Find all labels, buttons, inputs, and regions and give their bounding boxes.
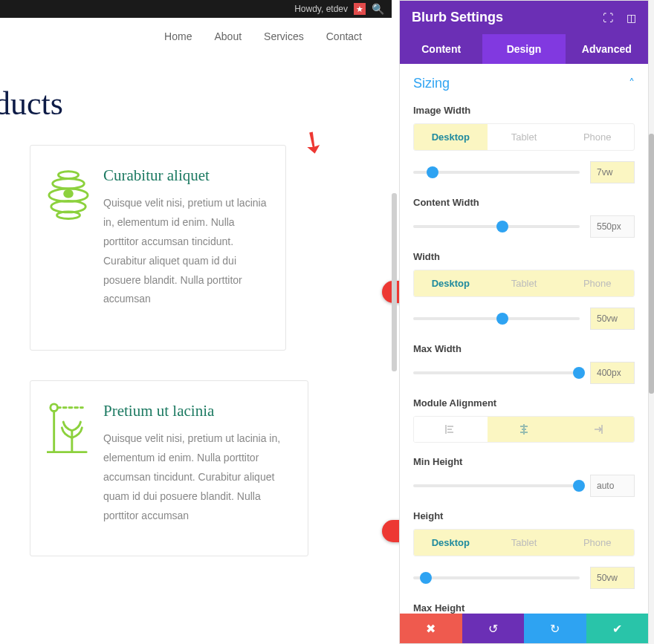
align-left-button[interactable] bbox=[414, 417, 488, 442]
section-sizing[interactable]: Sizing ˄ bbox=[413, 64, 635, 99]
width-slider[interactable] bbox=[413, 317, 580, 320]
tab-advanced[interactable]: Advanced bbox=[566, 34, 648, 64]
admin-greeting[interactable]: Howdy, etdev bbox=[294, 4, 348, 14]
settings-panel: Blurb Settings ⛶ ◫ Content Design Advanc… bbox=[399, 0, 649, 644]
max-width-slider[interactable] bbox=[413, 371, 580, 374]
content-width-slider[interactable] bbox=[413, 225, 580, 228]
height-slider[interactable] bbox=[413, 576, 580, 579]
height-input[interactable] bbox=[590, 567, 635, 589]
min-height-input[interactable] bbox=[590, 475, 635, 497]
blurb-module-1[interactable]: Curabitur aliquet Quisque velit nisi, pr… bbox=[30, 145, 286, 351]
page-title: oducts bbox=[0, 85, 392, 123]
panel-header: Blurb Settings ⛶ ◫ Content Design Advanc… bbox=[400, 1, 648, 64]
blurb-2-heading: Pretium ut lacinia bbox=[103, 402, 291, 420]
resp-tablet[interactable]: Tablet bbox=[488, 124, 561, 150]
blurb-2-body: Quisque velit nisi, pretium ut lacinia i… bbox=[103, 429, 291, 525]
undo-button[interactable]: ↺ bbox=[462, 614, 525, 643]
resp-phone[interactable]: Phone bbox=[560, 530, 634, 556]
field-max-width: Max Width bbox=[413, 343, 635, 384]
panel-footer: ✖ ↺ ↻ ✔ bbox=[400, 614, 648, 643]
resp-phone[interactable]: Phone bbox=[560, 270, 634, 296]
nav-home[interactable]: Home bbox=[164, 30, 192, 42]
resp-phone[interactable]: Phone bbox=[560, 124, 634, 150]
field-max-height: Max Height bbox=[413, 602, 635, 614]
resp-desktop[interactable]: Desktop bbox=[414, 530, 488, 556]
redo-button[interactable]: ↻ bbox=[524, 614, 586, 643]
expand-icon[interactable]: ⛶ bbox=[603, 12, 613, 24]
blurb-1-heading: Curabitur aliquet bbox=[103, 166, 269, 185]
blurb-module-2[interactable]: Pretium ut lacinia Quisque velit nisi, p… bbox=[30, 380, 308, 556]
panel-title: Blurb Settings bbox=[412, 10, 503, 25]
responsive-tabs: Desktop Tablet Phone bbox=[413, 123, 635, 151]
resp-desktop[interactable]: Desktop bbox=[414, 270, 488, 296]
resp-desktop[interactable]: Desktop bbox=[414, 124, 488, 150]
page-scrollbar[interactable] bbox=[649, 0, 654, 644]
site-nav: Home About Services Contact bbox=[0, 18, 392, 55]
field-content-width: Content Width bbox=[413, 197, 635, 238]
svg-point-1 bbox=[53, 178, 85, 189]
panel-tabs: Content Design Advanced bbox=[400, 34, 648, 64]
panel-body[interactable]: Sizing ˄ Image Width Desktop Tablet Phon… bbox=[400, 64, 648, 614]
field-module-alignment: Module Alignment bbox=[413, 397, 635, 443]
save-button[interactable]: ✔ bbox=[586, 614, 649, 643]
beehive-icon bbox=[47, 166, 90, 222]
width-input[interactable] bbox=[590, 308, 635, 330]
image-width-slider[interactable] bbox=[413, 171, 580, 174]
annotation-arrow: ➘ bbox=[294, 120, 334, 163]
snap-icon[interactable]: ◫ bbox=[627, 12, 636, 24]
nav-services[interactable]: Services bbox=[264, 30, 304, 42]
nav-about[interactable]: About bbox=[214, 30, 242, 42]
content-width-input[interactable] bbox=[590, 215, 635, 238]
min-height-slider[interactable] bbox=[413, 484, 580, 487]
align-center-button[interactable] bbox=[488, 417, 561, 442]
nav-contact[interactable]: Contact bbox=[326, 30, 362, 42]
field-width: Width Desktop Tablet Phone bbox=[413, 251, 635, 330]
page-preview: Howdy, etdev ★ 🔍 Home About Services Con… bbox=[0, 0, 392, 644]
max-width-input[interactable] bbox=[590, 362, 635, 384]
image-width-input[interactable] bbox=[590, 161, 635, 183]
chevron-up-icon[interactable]: ˄ bbox=[629, 77, 635, 91]
blurb-1-body: Quisque velit nisi, pretium ut lacinia i… bbox=[103, 194, 269, 309]
tab-content[interactable]: Content bbox=[400, 34, 482, 64]
plant-icon bbox=[47, 402, 90, 458]
resp-tablet[interactable]: Tablet bbox=[488, 530, 561, 556]
svg-rect-5 bbox=[63, 189, 74, 198]
align-right-button[interactable] bbox=[560, 417, 634, 442]
admin-bar: Howdy, etdev ★ 🔍 bbox=[0, 0, 392, 18]
star-icon[interactable]: ★ bbox=[354, 3, 366, 15]
tab-design[interactable]: Design bbox=[482, 34, 565, 64]
field-min-height: Min Height bbox=[413, 456, 635, 497]
search-icon[interactable]: 🔍 bbox=[372, 3, 384, 15]
preview-scrollbar[interactable] bbox=[392, 193, 397, 371]
resp-tablet[interactable]: Tablet bbox=[488, 270, 561, 296]
field-image-width: Image Width Desktop Tablet Phone bbox=[413, 105, 635, 183]
field-height: Height Desktop Tablet Phone bbox=[413, 510, 635, 589]
cancel-button[interactable]: ✖ bbox=[400, 614, 462, 643]
